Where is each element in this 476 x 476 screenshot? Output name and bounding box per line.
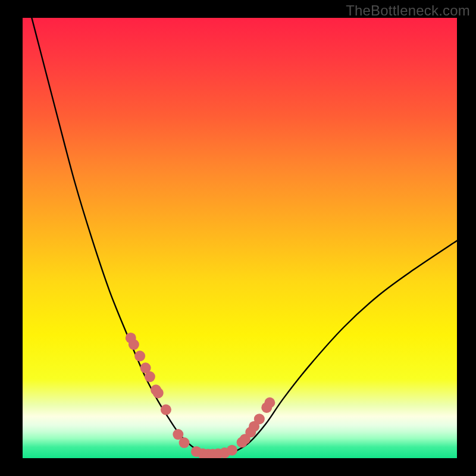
attribution-text: TheBottleneck.com (346, 2, 470, 19)
chart-plot-area (23, 18, 457, 458)
chart-frame: TheBottleneck.com (0, 0, 476, 476)
curve-marker (161, 405, 171, 415)
curve-marker (145, 371, 155, 382)
curve-marker (129, 339, 139, 350)
curve-marker (179, 437, 190, 448)
curve-marker (227, 445, 237, 456)
curve-marker (134, 350, 145, 361)
bottleneck-curve (23, 18, 457, 455)
curve-marker (254, 414, 265, 424)
chart-curve-layer (23, 18, 457, 458)
curve-marker (153, 387, 164, 398)
curve-marker (264, 397, 275, 408)
